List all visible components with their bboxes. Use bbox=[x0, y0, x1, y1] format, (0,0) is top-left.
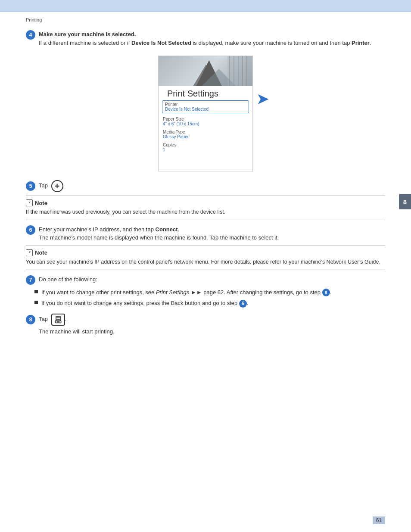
bullet-text-2: If you do not want to change any setting… bbox=[41, 299, 249, 308]
step-6-circle: 6 bbox=[26, 225, 35, 235]
phone-screen: Print Settings Printer Device Is Not Sel… bbox=[158, 56, 253, 171]
svg-rect-2 bbox=[227, 56, 252, 86]
step-4-text: Make sure your machine is selected. If a… bbox=[39, 30, 385, 47]
page-number: 61 bbox=[373, 517, 385, 523]
note-2-icon: ᵋ bbox=[26, 249, 33, 256]
blue-arrow-icon: ➤ bbox=[257, 91, 268, 107]
note-1-icon: ᵋ bbox=[26, 199, 33, 206]
bullet-square-1 bbox=[34, 290, 38, 293]
step-ref-8: 8 bbox=[322, 289, 330, 296]
note-2-text: You can see your machine’s IP address on… bbox=[26, 258, 385, 266]
bullet-item-2: If you do not want to change any setting… bbox=[34, 299, 385, 308]
bullet-item-1: If you want to change other print settin… bbox=[34, 288, 385, 297]
step-ref-6: 6 bbox=[239, 300, 247, 308]
step-7-row: 7 Do one of the following: bbox=[26, 275, 385, 285]
media-type-value: Glossy Paper bbox=[163, 134, 248, 139]
step-4-body: If a different machine is selected or if… bbox=[39, 40, 371, 46]
plus-button-icon: + bbox=[51, 180, 63, 192]
bullet-square-2 bbox=[34, 301, 38, 304]
step-6-text: Enter your machine’s IP address, and the… bbox=[39, 225, 385, 242]
copies-value: 1 bbox=[163, 147, 248, 152]
step-5-text: Tap +. bbox=[39, 180, 385, 192]
step-4-circle: 4 bbox=[26, 30, 35, 40]
breadcrumb: Printing bbox=[26, 17, 385, 22]
note-1-title: ᵋ Note bbox=[26, 199, 385, 206]
copies-row: Copies 1 bbox=[159, 141, 252, 154]
page-content: Printing 4 Make sure your machine is sel… bbox=[0, 12, 411, 352]
copies-label: Copies bbox=[163, 143, 248, 147]
bullet-text-1: If you want to change other print settin… bbox=[41, 288, 331, 297]
printer-value: Device Is Not Selected bbox=[165, 107, 246, 112]
printer-box: Printer Device Is Not Selected bbox=[162, 100, 249, 113]
top-bar bbox=[0, 0, 411, 12]
step-8-circle: 8 bbox=[26, 315, 35, 324]
printer-button-icon bbox=[51, 314, 65, 326]
printer-label: Printer bbox=[165, 102, 246, 107]
step-8-row: 8 Tap . bbox=[26, 314, 385, 326]
note-2-box: ᵋ Note You can see your machine’s IP add… bbox=[26, 246, 385, 270]
screen-header-image bbox=[159, 56, 252, 86]
note-1-text: If the machine was used previously, you … bbox=[26, 208, 385, 216]
paper-size-label: Paper Size bbox=[163, 117, 248, 121]
paper-size-value: 4" x 6" (10 x 15cm) bbox=[163, 121, 248, 126]
media-type-row: Media Type Glossy Paper bbox=[159, 128, 252, 141]
step-8-footer: The machine will start printing. bbox=[39, 328, 385, 335]
step-8-text: Tap . bbox=[39, 314, 385, 326]
step-5-circle: 5 bbox=[26, 181, 35, 191]
step-6-row: 6 Enter your machine’s IP address, and t… bbox=[26, 225, 385, 242]
media-type-label: Media Type bbox=[163, 130, 248, 134]
print-settings-header: Print Settings bbox=[159, 86, 252, 100]
paper-size-row: Paper Size 4" x 6" (10 x 15cm) bbox=[159, 115, 252, 128]
step-7-text: Do one of the following: bbox=[39, 275, 385, 284]
note-1-box: ᵋ Note If the machine was used previousl… bbox=[26, 196, 385, 220]
screenshot-container: Print Settings Printer Device Is Not Sel… bbox=[26, 56, 385, 171]
step-4-row: 4 Make sure your machine is selected. If… bbox=[26, 30, 385, 47]
step-7-circle: 7 bbox=[26, 275, 35, 285]
bullet-list: If you want to change other print settin… bbox=[34, 288, 385, 308]
note-2-title: ᵋ Note bbox=[26, 249, 385, 256]
print-settings-title: Print Settings bbox=[163, 85, 223, 100]
step-5-row: 5 Tap +. bbox=[26, 180, 385, 192]
svg-rect-9 bbox=[56, 321, 59, 323]
